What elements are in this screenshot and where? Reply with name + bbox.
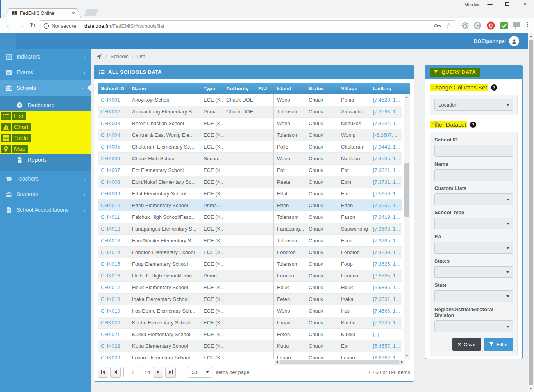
table-row[interactable]: CHK016Halls Jr. High School/Fana...Prima… [98,270,402,282]
bookmark-star-icon[interactable]: ☆ [446,23,452,29]
table-row[interactable]: CHK008Epin/Nukaf Elementary Sc...ECE (K.… [98,176,402,188]
table-row[interactable]: CHK022Kuttu Elementary SchoolECE (K...Ku… [98,340,402,352]
page-number-input[interactable] [123,367,142,377]
breadcrumb-schools[interactable]: Schools [111,54,129,59]
column-header-states[interactable]: States [305,83,338,94]
new-tab-button[interactable] [84,9,98,16]
hamburger-menu-icon[interactable] [0,33,16,49]
column-header-island[interactable]: Island [273,83,305,94]
cell-lat-lng[interactable]: [7.4505, 1... [370,153,402,165]
columns-set-select[interactable]: Location [434,99,513,111]
table-row[interactable]: CHK005Chukuram Elementary Sc...ECE (K...… [98,141,402,153]
cell-lat-lng[interactable]: [7.3120, 1... [370,317,402,329]
grid-horizontal-scrollbar[interactable] [275,360,404,365]
sidebar-item-exams[interactable]: Exams› [0,64,91,80]
scroll-up-icon[interactable]: ▲ [404,94,410,100]
cell-lat-lng[interactable]: [6.8362, 1... [370,352,402,359]
filter-select-region-district-electoral-division[interactable] [434,320,513,332]
school-id-link[interactable]: CHK019 [101,308,120,314]
cell-lat-lng[interactable]: [7.3531, 1... [370,294,402,305]
table-row[interactable]: CHK007Eot Elementary SchoolECE (K...EotC… [98,165,402,176]
table-row[interactable]: CHK023Losap Elementary SchoolECE (K...Lo… [98,352,402,359]
school-id-link[interactable]: CHK003 [101,120,120,126]
extension-stop-hand-icon[interactable] [487,21,495,30]
column-header-school-id[interactable]: School ID [98,83,129,94]
filter-input-name[interactable] [434,169,513,181]
logged-in-user[interactable]: DOE\pohnpei [474,33,506,49]
filter-button[interactable]: Filter [484,338,513,351]
scroll-up-icon[interactable]: ▲ [528,33,534,39]
extension-check-icon[interactable] [500,21,508,30]
help-icon[interactable]: ? [470,122,476,128]
sidebar-item-students[interactable]: Students› [0,186,91,202]
vertical-scroll-thumb[interactable] [404,163,409,217]
cell-lat-lng[interactable]: [7.4566, 1... [370,305,402,317]
cell-lat-lng[interactable]: [5.4557, 1... [370,340,402,352]
column-header-lat-lng[interactable]: Lat/Lng [370,83,402,94]
filter-select-ea[interactable] [434,242,513,254]
extension-c-icon[interactable] [473,21,482,30]
table-row[interactable]: CHK009Ettal Elementary SchoolECE (K...Et… [98,188,402,200]
window-maximize-button[interactable] [502,0,513,8]
tab-close-icon[interactable]: ✕ [71,11,75,16]
cell-lat-lng[interactable]: [7.3731, 1... [370,176,402,188]
scroll-right-icon[interactable] [401,361,403,364]
school-id-link[interactable]: CHK006 [101,156,120,161]
sidebar-subitem-map[interactable]: Map [0,143,91,154]
cell-lat-lng[interactable]: [7.3442, 1... [370,141,402,153]
table-row[interactable]: CHK018Inaka Elementary SchoolECE (K...Fe… [98,294,402,305]
school-id-link[interactable]: CHK009 [101,191,120,197]
cell-lat-lng[interactable]: [5.5656, 1... [370,188,402,200]
column-header-r-u[interactable]: R/U [255,83,273,94]
last-page-button[interactable] [165,367,176,378]
refresh-button[interactable]: ↻ [28,21,38,30]
home-icon[interactable] [96,54,102,59]
school-id-link[interactable]: CHK004 [101,132,120,138]
filter-input-school-id[interactable] [434,145,513,157]
school-id-link[interactable]: CHK017 [101,285,120,290]
horizontal-scroll-thumb[interactable] [280,360,399,364]
cell-lat-lng[interactable]: [7.4529, 1... [370,94,402,106]
school-id-link[interactable]: CHK013 [101,238,120,243]
school-id-link[interactable]: CHK016 [101,273,120,279]
filter-select-state[interactable] [434,290,513,302]
school-id-link[interactable]: CHK002 [101,109,120,115]
cell-lat-lng[interactable]: [7.4504, 1... [370,118,402,129]
column-header-type[interactable]: Type [200,83,223,94]
cell-lat-lng[interactable]: [, ] [370,329,402,340]
sidebar-subitem-chart[interactable]: Chart [0,122,91,132]
filter-select-states[interactable] [434,266,513,278]
cell-lat-lng[interactable]: [7.3557, 1... [370,200,402,211]
next-page-button[interactable] [153,367,163,378]
table-row[interactable]: CHK012Fanapanges Elementary S...ECE (K..… [98,223,402,235]
page-scrollbar[interactable]: ▲ ▼ [528,33,534,392]
filter-select-custom-lists[interactable] [434,193,513,205]
column-header-village[interactable]: Village [338,83,370,94]
table-row[interactable]: CHK001Akoyikoyi SchoolECE (K...Chuuk DOE… [98,94,402,106]
school-id-link[interactable]: CHK020 [101,320,120,326]
address-bar[interactable]: Not secure data.doe.fm/FedEMIS/#/schools… [39,20,455,31]
column-header-name[interactable]: Name [129,83,200,94]
breadcrumb-list[interactable]: List [137,54,145,59]
cell-lat-lng[interactable]: [7.4839, 1... [370,247,402,258]
back-button[interactable]: ← [5,21,14,30]
browser-menu-icon[interactable]: ⋮ [524,21,531,29]
school-id-link[interactable]: CHK008 [101,179,120,185]
column-header-authority[interactable]: Authority [223,83,255,94]
security-label[interactable]: Not secure [52,23,76,29]
school-id-link[interactable]: CHK007 [101,167,120,173]
table-row[interactable]: CHK015Foup Elementary SchoolECE (K...Tol… [98,258,402,270]
table-row[interactable]: CHK013Faro/Winifei Elementary S...ECE (K… [98,235,402,247]
table-row[interactable]: CHK020Kuchu Elementary SchoolECE (K...Um… [98,317,402,329]
cell-lat-lng[interactable]: [7.3608, 1... [370,223,402,235]
table-row[interactable]: CHK011Faichuk High School/Faso...ECE (K.… [98,211,402,223]
sidebar-subitem-list[interactable]: List [0,111,91,122]
clear-button[interactable]: ×Clear [452,338,481,351]
table-row[interactable]: CHK021Kukku Elementary SchoolECE (K...Fe… [98,329,402,340]
table-row[interactable]: CHK003Berea Christian SchoolECE (K...Wen… [98,118,402,129]
extension-bubble-icon[interactable] [513,21,521,30]
school-id-link[interactable]: CHK012 [101,226,120,232]
avatar[interactable] [509,36,519,46]
scroll-down-icon[interactable]: ▼ [528,386,534,392]
school-id-link[interactable]: CHK018 [101,296,120,302]
